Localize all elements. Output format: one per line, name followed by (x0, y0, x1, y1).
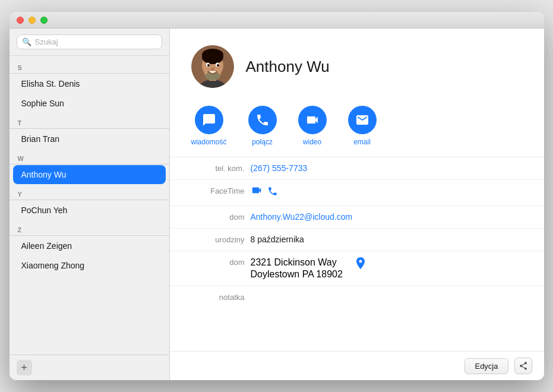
message-button[interactable]: wiadomość (191, 106, 227, 146)
add-contact-button[interactable]: + (17, 360, 32, 375)
detail-fields: tel. kom. (267) 555-7733 FaceTime (170, 157, 544, 351)
sidebar-footer: + (10, 355, 169, 380)
facetime-icons (251, 186, 278, 200)
main-content: 🔍 S Elisha St. Denis Sophie Sun T Brian … (10, 29, 544, 380)
contact-detail: Anthony Wu wiadomość (170, 29, 544, 380)
section-header-w: W (10, 149, 169, 164)
contact-name: Anthony Wu (246, 58, 330, 76)
section-header-y: Y (10, 185, 169, 200)
contact-item[interactable]: Brian Tran (13, 129, 166, 148)
video-icon (298, 106, 327, 134)
address-field-row: dom 2321 Dickinson Way Doylestown PA 189… (170, 251, 544, 286)
address-line1: 2321 Dickinson Way (251, 257, 343, 268)
svg-point-12 (211, 68, 214, 70)
contacts-window: 🔍 S Elisha St. Denis Sophie Sun T Brian … (10, 12, 544, 380)
phone-field-row: tel. kom. (267) 555-7733 (170, 157, 544, 180)
call-icon (248, 106, 277, 134)
phone-value[interactable]: (267) 555-7733 (251, 163, 523, 173)
search-bar: 🔍 (10, 29, 169, 56)
email-field-row: dom Anthony.Wu22@icloud.com (170, 206, 544, 229)
email-value[interactable]: Anthony.Wu22@icloud.com (251, 212, 523, 222)
video-label: wideo (303, 138, 321, 146)
facetime-label: FaceTime (191, 186, 245, 195)
message-label: wiadomość (191, 138, 227, 146)
map-pin-icon[interactable] (355, 257, 366, 274)
video-button[interactable]: wideo (298, 106, 327, 146)
section-divider-z (10, 235, 169, 236)
email-button[interactable]: email (348, 106, 377, 146)
avatar (191, 45, 234, 88)
phone-label: tel. kom. (191, 163, 245, 173)
close-button[interactable] (17, 17, 24, 24)
facetime-phone-icon[interactable] (267, 186, 278, 200)
birthday-value: 8 października (251, 235, 523, 244)
note-label: notatka (191, 292, 245, 302)
section-header-s: S (10, 58, 169, 73)
email-icon (348, 106, 377, 134)
email-dom-label: dom (191, 212, 245, 222)
birthday-field-row: urodziny 8 października (170, 229, 544, 251)
section-divider-s (10, 73, 169, 74)
contact-item[interactable]: Sophie Sun (13, 94, 166, 113)
contact-item[interactable]: Elisha St. Denis (13, 74, 166, 93)
address-label: dom (191, 257, 245, 267)
address-line2: Doylestown PA 18902 (251, 269, 343, 280)
svg-point-11 (217, 64, 219, 67)
note-field-row: notatka (170, 286, 544, 309)
actions-row: wiadomość połącz w (170, 97, 544, 157)
minimize-button[interactable] (29, 17, 36, 24)
svg-point-10 (207, 64, 210, 67)
detail-footer: Edycja (170, 351, 544, 380)
contact-item[interactable]: Xiaomeng Zhong (13, 256, 166, 275)
contact-item[interactable]: PoChun Yeh (13, 201, 166, 220)
section-header-z: Z (10, 220, 169, 235)
birthday-label: urodziny (191, 235, 245, 244)
section-divider-y (10, 200, 169, 200)
section-divider-w (10, 164, 169, 165)
search-input[interactable] (35, 37, 157, 46)
sidebar: 🔍 S Elisha St. Denis Sophie Sun T Brian … (10, 29, 170, 380)
svg-point-5 (202, 50, 223, 64)
map-pin-container (349, 257, 366, 274)
message-icon (195, 106, 223, 134)
titlebar (10, 12, 544, 29)
maximize-button[interactable] (40, 17, 48, 24)
contact-item-anthony-wu[interactable]: Anthony Wu (13, 165, 166, 184)
contact-item[interactable]: Aileen Zeigen (13, 236, 166, 255)
contacts-list: S Elisha St. Denis Sophie Sun T Brian Tr… (10, 56, 169, 355)
share-button[interactable] (514, 358, 532, 374)
call-button[interactable]: połącz (248, 106, 277, 146)
section-divider-t (10, 128, 169, 129)
email-label: email (353, 138, 371, 146)
search-icon: 🔍 (22, 37, 31, 46)
edit-button[interactable]: Edycja (464, 358, 508, 374)
search-wrap[interactable]: 🔍 (17, 34, 162, 49)
section-header-t: T (10, 113, 169, 128)
address-value: 2321 Dickinson Way Doylestown PA 18902 (251, 257, 343, 280)
facetime-field-row: FaceTime (170, 180, 544, 206)
call-label: połącz (252, 138, 273, 146)
facetime-video-icon[interactable] (251, 186, 263, 199)
detail-header: Anthony Wu (170, 29, 544, 97)
